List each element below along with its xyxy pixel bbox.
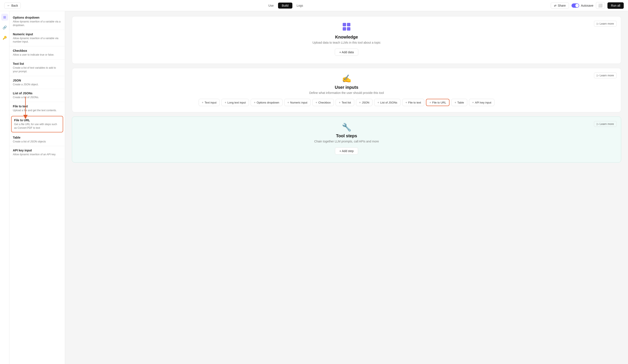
tab-build[interactable]: Build bbox=[278, 2, 292, 8]
knowledge-card: ▷ Learn more Knowledge Upload data to te… bbox=[72, 16, 621, 64]
pill-plus-icon: + bbox=[377, 101, 379, 104]
user-inputs-title: User inputs bbox=[79, 85, 614, 90]
pill-options-dropdown[interactable]: +Options dropdown bbox=[251, 99, 283, 106]
share-label: Share bbox=[558, 4, 566, 7]
pill-plus-icon: + bbox=[202, 101, 204, 104]
back-arrow-icon: ← bbox=[7, 4, 10, 7]
sidebar-icon-grid[interactable]: ⊞ bbox=[1, 14, 8, 20]
sidebar-item-api-key-input[interactable]: API key input Allow dynamic insertion of… bbox=[9, 146, 65, 159]
sidebar-item-checkbox[interactable]: Checkbox Allow a user to indicate true o… bbox=[9, 46, 65, 60]
tab-logs[interactable]: Logs bbox=[293, 2, 307, 8]
run-all-button[interactable]: Run all bbox=[608, 2, 624, 9]
header-left: ← Back bbox=[4, 2, 21, 8]
share-icon: ⇄ bbox=[554, 4, 556, 7]
header-right: ⇄ Share Autosave ⬜ Run all bbox=[551, 2, 624, 9]
pill-plus-icon: + bbox=[254, 101, 256, 104]
tool-steps-card-header: 🔧 Tool steps Chain together LLM prompts,… bbox=[79, 123, 614, 155]
pill-long-text-input[interactable]: +Long text input bbox=[221, 99, 249, 106]
pill-text-input[interactable]: +Text input bbox=[199, 99, 220, 106]
tool-steps-desc: Chain together LLM prompts, call APIs an… bbox=[79, 140, 614, 143]
tool-steps-title: Tool steps bbox=[79, 133, 614, 138]
main-content: ▷ Learn more Knowledge Upload data to te… bbox=[65, 11, 628, 364]
pill-plus-icon: + bbox=[454, 101, 456, 104]
back-label: Back bbox=[11, 4, 18, 7]
knowledge-card-header: Knowledge Upload data to teach LLMs in t… bbox=[79, 22, 614, 56]
pill-plus-icon: + bbox=[225, 101, 226, 104]
knowledge-learn-more-button[interactable]: ▷ Learn more bbox=[594, 21, 617, 27]
user-inputs-pill-grid: +Text input +Long text input +Options dr… bbox=[79, 99, 614, 106]
knowledge-icon bbox=[79, 22, 614, 33]
add-data-button[interactable]: + Add data bbox=[335, 49, 358, 56]
save-icon: ⬜ bbox=[598, 4, 603, 7]
pill-plus-icon: + bbox=[429, 101, 431, 104]
knowledge-title: Knowledge bbox=[79, 35, 614, 40]
user-inputs-icon: ✍️ bbox=[79, 74, 614, 83]
pill-plus-icon: + bbox=[339, 101, 341, 104]
app-header: ← Back Use Build Logs ⇄ Share Autosave ⬜… bbox=[0, 0, 628, 11]
svg-rect-2 bbox=[343, 27, 346, 31]
sidebar-panel: Options dropdown Allow dynamic insertion… bbox=[9, 11, 65, 364]
sidebar-item-json[interactable]: JSON Create a JSON object. bbox=[9, 76, 65, 89]
autosave-toggle-wrap: Autosave bbox=[571, 3, 593, 8]
user-inputs-card: ▷ Learn more ✍️ User inputs Define what … bbox=[72, 68, 621, 112]
pill-list-of-jsons[interactable]: +List of JSONs bbox=[374, 99, 400, 106]
icon-bar: ⊞ 🔗 🔑 bbox=[0, 11, 9, 364]
user-inputs-learn-more-button[interactable]: ▷ Learn more bbox=[594, 72, 617, 78]
save-icon-button[interactable]: ⬜ bbox=[596, 2, 605, 9]
knowledge-grid-icon bbox=[342, 22, 351, 31]
sidebar-item-list-of-jsons[interactable]: List of JSONs Create a list of JSONs. bbox=[9, 89, 65, 102]
sidebar-icon-link[interactable]: 🔗 bbox=[1, 24, 8, 31]
sidebar-item-numeric-input[interactable]: Numeric input Allow dynamic insertion of… bbox=[9, 30, 65, 47]
pill-plus-icon: + bbox=[405, 101, 407, 104]
tool-steps-icon: 🔧 bbox=[79, 123, 614, 132]
header-tabs: Use Build Logs bbox=[265, 2, 307, 8]
pill-plus-icon: + bbox=[315, 101, 317, 104]
autosave-toggle[interactable] bbox=[571, 3, 579, 8]
pill-file-to-url[interactable]: +File to URL bbox=[426, 99, 450, 106]
sidebar-item-file-to-text[interactable]: File to text Upload a file and get the t… bbox=[9, 102, 65, 115]
back-button[interactable]: ← Back bbox=[4, 2, 21, 8]
add-step-button[interactable]: + Add step bbox=[335, 147, 358, 155]
user-inputs-desc: Define what information the user should … bbox=[79, 91, 614, 95]
sidebar-item-file-to-url[interactable]: File to URL Get a file URL for use with … bbox=[11, 116, 63, 132]
share-button[interactable]: ⇄ Share bbox=[551, 2, 569, 8]
pill-numeric-input[interactable]: +Numeric input bbox=[284, 99, 311, 106]
pill-plus-icon: + bbox=[287, 101, 289, 104]
svg-rect-0 bbox=[343, 23, 346, 26]
tool-steps-learn-more-button[interactable]: ▷ Learn more bbox=[594, 121, 617, 127]
svg-rect-1 bbox=[347, 23, 350, 26]
sidebar-icon-key[interactable]: 🔑 bbox=[1, 34, 8, 41]
pill-plus-icon: + bbox=[359, 101, 361, 104]
svg-rect-3 bbox=[347, 27, 350, 31]
tool-steps-card: ▷ Learn more 🔧 Tool steps Chain together… bbox=[72, 117, 621, 163]
tab-use[interactable]: Use bbox=[265, 2, 278, 8]
pill-table[interactable]: +Table bbox=[451, 99, 467, 106]
sidebar-item-table[interactable]: Table Create a list of JSON objects bbox=[9, 133, 65, 146]
pill-file-to-text[interactable]: +File to text bbox=[402, 99, 424, 106]
knowledge-desc: Upload data to teach LLMs in this tool a… bbox=[79, 41, 614, 44]
pill-checkbox[interactable]: +Checkbox bbox=[312, 99, 334, 106]
sidebar-item-options-dropdown[interactable]: Options dropdown Allow dynamic insertion… bbox=[9, 13, 65, 30]
pill-api-key-input[interactable]: +API key input bbox=[469, 99, 495, 106]
main-layout: ⊞ 🔗 🔑 Options dropdown Allow dynamic ins… bbox=[0, 11, 628, 364]
user-inputs-card-header: ✍️ User inputs Define what information t… bbox=[79, 74, 614, 95]
sidebar-item-text-list[interactable]: Text list Create a list of text variable… bbox=[9, 60, 65, 76]
pill-text-list[interactable]: +Text list bbox=[336, 99, 354, 106]
pill-json[interactable]: +JSON bbox=[356, 99, 373, 106]
autosave-label: Autosave bbox=[581, 4, 593, 7]
pill-plus-icon: + bbox=[472, 101, 474, 104]
